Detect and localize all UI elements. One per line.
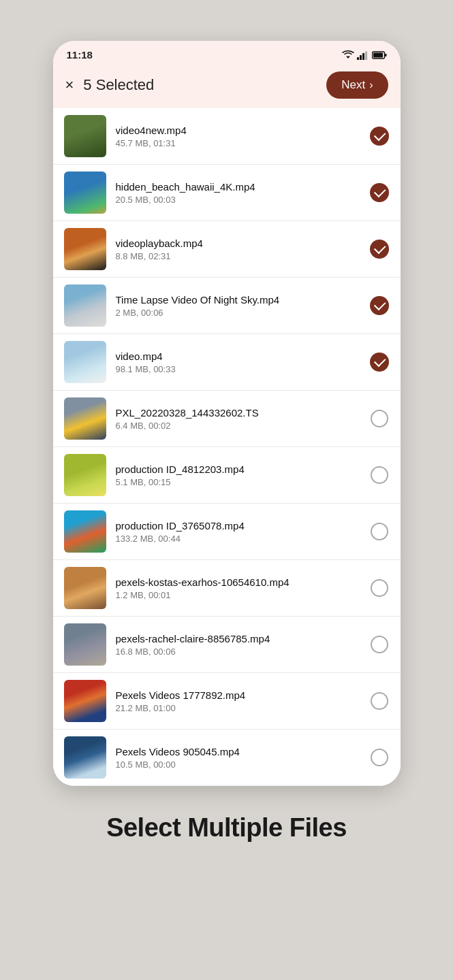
- file-name: video4new.mp4: [116, 125, 360, 136]
- list-item[interactable]: pexels-rachel-claire-8856785.mp416.8 MB,…: [53, 617, 401, 673]
- list-item[interactable]: video4new.mp445.7 MB, 01:31: [53, 108, 401, 165]
- svg-rect-2: [360, 55, 362, 60]
- svg-rect-4: [365, 51, 367, 60]
- file-thumbnail: [64, 172, 106, 214]
- svg-rect-3: [362, 53, 364, 60]
- file-thumbnail: [64, 454, 106, 496]
- close-button[interactable]: ×: [65, 78, 74, 93]
- file-name: production ID_4812203.mp4: [116, 463, 360, 475]
- file-meta: 20.5 MB, 00:03: [116, 195, 360, 205]
- file-checkbox-empty[interactable]: [369, 521, 390, 542]
- file-thumbnail: [64, 567, 106, 609]
- header: × 5 Selected Next ›: [53, 65, 401, 108]
- file-checkbox-selected[interactable]: [369, 239, 390, 259]
- svg-rect-1: [357, 57, 359, 60]
- file-checkbox-selected[interactable]: [369, 126, 390, 146]
- list-item[interactable]: PXL_20220328_144332602.TS6.4 MB, 00:02: [53, 391, 401, 447]
- file-meta: 21.2 MB, 01:00: [116, 703, 360, 713]
- battery-icon: [372, 50, 387, 60]
- check-selected-icon: [370, 353, 389, 372]
- file-meta: 5.1 MB, 00:15: [116, 477, 360, 487]
- next-button[interactable]: Next ›: [326, 71, 388, 99]
- list-item[interactable]: production ID_3765078.mp4133.2 MB, 00:44: [53, 504, 401, 560]
- file-checkbox-empty[interactable]: [369, 747, 390, 768]
- bottom-title: Select Multiple Files: [93, 813, 360, 843]
- list-item[interactable]: pexels-kostas-exarhos-10654610.mp41.2 MB…: [53, 560, 401, 617]
- list-item[interactable]: Time Lapse Video Of Night Sky.mp42 MB, 0…: [53, 278, 401, 334]
- file-name: Pexels Videos 905045.mp4: [116, 746, 360, 757]
- file-name: pexels-kostas-exarhos-10654610.mp4: [116, 576, 360, 588]
- file-meta: 16.8 MB, 00:06: [116, 647, 360, 657]
- signal-icon: [357, 50, 369, 60]
- check-empty-icon: [371, 466, 388, 484]
- file-list: video4new.mp445.7 MB, 01:31hidden_beach_…: [53, 108, 401, 786]
- file-checkbox-empty[interactable]: [369, 408, 390, 429]
- check-selected-icon: [370, 127, 389, 146]
- file-checkbox-selected[interactable]: [369, 182, 390, 203]
- svg-rect-6: [385, 54, 387, 56]
- check-selected-icon: [370, 296, 389, 315]
- file-name: hidden_beach_hawaii_4K.mp4: [116, 181, 360, 193]
- file-thumbnail: [64, 623, 106, 666]
- file-name: Pexels Videos 1777892.mp4: [116, 689, 360, 701]
- file-thumbnail: [64, 510, 106, 553]
- file-meta: 10.5 MB, 00:00: [116, 760, 360, 770]
- status-icons: [342, 50, 387, 60]
- file-name: pexels-rachel-claire-8856785.mp4: [116, 633, 360, 644]
- file-checkbox-empty[interactable]: [369, 691, 390, 711]
- check-empty-icon: [371, 749, 388, 766]
- file-name: video.mp4: [116, 350, 360, 362]
- file-meta: 6.4 MB, 00:02: [116, 421, 360, 431]
- check-empty-icon: [371, 692, 388, 710]
- file-thumbnail: [64, 228, 106, 270]
- check-selected-icon: [370, 183, 389, 202]
- check-selected-icon: [370, 240, 389, 259]
- list-item[interactable]: hidden_beach_hawaii_4K.mp420.5 MB, 00:03: [53, 165, 401, 221]
- check-empty-icon: [371, 523, 388, 540]
- file-thumbnail: [64, 284, 106, 327]
- file-checkbox-empty[interactable]: [369, 578, 390, 598]
- file-name: Time Lapse Video Of Night Sky.mp4: [116, 294, 360, 306]
- file-meta: 8.8 MB, 02:31: [116, 251, 360, 261]
- status-bar: 11:18: [53, 41, 401, 65]
- list-item[interactable]: Pexels Videos 905045.mp410.5 MB, 00:00: [53, 730, 401, 786]
- check-empty-icon: [371, 579, 388, 597]
- file-checkbox-selected[interactable]: [369, 352, 390, 372]
- svg-marker-0: [346, 56, 350, 59]
- check-empty-icon: [371, 410, 388, 427]
- file-checkbox-selected[interactable]: [369, 295, 390, 316]
- list-item[interactable]: video.mp498.1 MB, 00:33: [53, 334, 401, 391]
- selected-count-label: 5 Selected: [83, 76, 154, 94]
- status-time: 11:18: [67, 49, 93, 61]
- file-checkbox-empty[interactable]: [369, 465, 390, 485]
- file-thumbnail: [64, 115, 106, 157]
- file-thumbnail: [64, 397, 106, 440]
- chevron-right-icon: ›: [369, 79, 373, 91]
- file-thumbnail: [64, 341, 106, 383]
- file-thumbnail: [64, 736, 106, 779]
- phone-frame: 11:18 × 5: [53, 41, 401, 786]
- list-item[interactable]: videoplayback.mp48.8 MB, 02:31: [53, 221, 401, 278]
- list-item[interactable]: production ID_4812203.mp45.1 MB, 00:15: [53, 447, 401, 504]
- file-checkbox-empty[interactable]: [369, 634, 390, 655]
- file-meta: 2 MB, 00:06: [116, 308, 360, 318]
- file-meta: 1.2 MB, 00:01: [116, 590, 360, 600]
- file-meta: 98.1 MB, 00:33: [116, 364, 360, 374]
- file-thumbnail: [64, 680, 106, 722]
- wifi-icon: [342, 50, 354, 60]
- check-empty-icon: [371, 636, 388, 653]
- file-meta: 45.7 MB, 01:31: [116, 138, 360, 148]
- file-name: videoplayback.mp4: [116, 238, 360, 249]
- file-meta: 133.2 MB, 00:44: [116, 534, 360, 544]
- file-name: PXL_20220328_144332602.TS: [116, 407, 360, 419]
- next-label: Next: [341, 78, 365, 92]
- svg-rect-7: [373, 52, 383, 57]
- file-name: production ID_3765078.mp4: [116, 520, 360, 532]
- list-item[interactable]: Pexels Videos 1777892.mp421.2 MB, 01:00: [53, 673, 401, 730]
- header-left: × 5 Selected: [65, 76, 155, 94]
